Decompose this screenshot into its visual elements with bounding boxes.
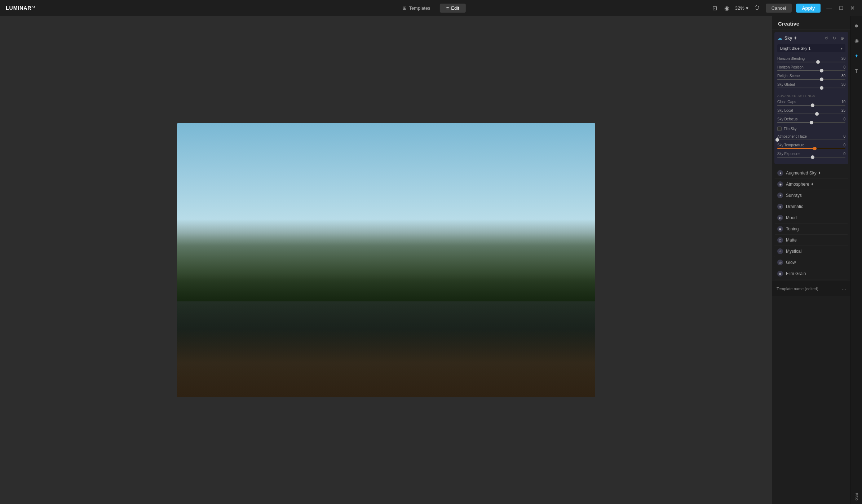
module-mystical[interactable]: ✧ Mystical bbox=[774, 246, 848, 257]
topbar-center: ⊞ Templates ≡ Edit bbox=[396, 4, 465, 13]
flip-sky-row: Flip Sky bbox=[777, 127, 845, 131]
slider-sky-exposure: Sky Exposure 0 bbox=[777, 152, 845, 158]
eye-btn[interactable]: ◉ bbox=[723, 3, 731, 13]
module-atmosphere-icon: ◉ bbox=[777, 181, 783, 187]
module-glow[interactable]: ◎ Glow bbox=[774, 257, 848, 268]
minimize-button[interactable]: — bbox=[825, 3, 834, 13]
advanced-sliders: Close Gaps 10 Sky Local 25 bbox=[777, 99, 845, 127]
module-mystical-icon: ✧ bbox=[777, 248, 783, 254]
module-augmented-sky[interactable]: ★ Augmented Sky ✦ bbox=[774, 168, 848, 179]
slider-close-gaps: Close Gaps 10 bbox=[777, 100, 845, 106]
module-toning-icon: ▣ bbox=[777, 226, 783, 232]
sky-preset-arrow-icon: ▾ bbox=[841, 47, 843, 50]
camera-toggle-btn[interactable]: ⊡ bbox=[711, 3, 719, 13]
module-sunrays[interactable]: ☀ Sunrays bbox=[774, 190, 848, 201]
face-retouch-btn[interactable]: ☻ bbox=[850, 19, 862, 32]
module-film-grain-icon: ▦ bbox=[777, 271, 783, 277]
template-dots-btn[interactable]: ··· bbox=[842, 286, 846, 292]
apply-button[interactable]: Apply bbox=[796, 4, 821, 13]
main-sliders: Horizon Blending 20 Horizon Position 0 bbox=[777, 56, 845, 92]
module-film-grain[interactable]: ▦ Film Grain bbox=[774, 268, 848, 279]
module-matte[interactable]: ◻ Matte bbox=[774, 235, 848, 246]
module-mood[interactable]: ◐ Mood bbox=[774, 212, 848, 224]
photo-container bbox=[177, 123, 595, 397]
slider-relight-scene: Relight Scene 30 bbox=[777, 74, 845, 80]
topbar-left: LUMINARAI bbox=[6, 5, 35, 11]
slider-atmospheric-haze: Atmospheric Haze 0 bbox=[777, 134, 845, 140]
canvas-area bbox=[0, 16, 772, 504]
maximize-button[interactable]: □ bbox=[838, 3, 844, 13]
slider-sky-local: Sky Local 25 bbox=[777, 109, 845, 114]
panel-title: Creative bbox=[772, 16, 850, 30]
zoom-chevron-icon: ▾ bbox=[746, 5, 748, 11]
sky-preset-name: Bright Blue Sky 1 bbox=[780, 46, 810, 50]
sky-preset-dropdown[interactable]: Bright Blue Sky 1 ▾ bbox=[777, 44, 845, 52]
templates-icon: ⊞ bbox=[403, 5, 407, 11]
app-logo: LUMINARAI bbox=[6, 5, 35, 11]
module-list: ★ Augmented Sky ✦ ◉ Atmosphere ✦ ☀ Sunra… bbox=[772, 166, 850, 281]
module-toning[interactable]: ▣ Toning bbox=[774, 224, 848, 235]
cancel-button[interactable]: Cancel bbox=[766, 4, 792, 13]
module-matte-icon: ◻ bbox=[777, 237, 783, 243]
bottom-bar: Template name (edited) ··· bbox=[772, 281, 850, 296]
creative-panel: Creative ☁ Sky ✦ ↺ ↻ ⊕ Bright Blue bbox=[772, 16, 850, 504]
sky-compare-btn[interactable]: ⊕ bbox=[839, 35, 845, 41]
clock-btn[interactable]: ⏱ bbox=[753, 3, 761, 13]
module-glow-icon: ◎ bbox=[777, 260, 783, 265]
sky-icon: ☁ bbox=[777, 35, 782, 41]
sky-undo-btn[interactable]: ↺ bbox=[823, 35, 830, 41]
slider-horizon-position: Horizon Position 0 bbox=[777, 65, 845, 71]
slider-sky-global: Sky Global 30 bbox=[777, 83, 845, 88]
flip-sky-checkbox[interactable] bbox=[777, 127, 782, 131]
sky-section: ☁ Sky ✦ ↺ ↻ ⊕ Bright Blue Sky 1 ▾ bbox=[774, 32, 848, 164]
sky-label: ☁ Sky ✦ bbox=[777, 35, 797, 41]
module-augmented-sky-icon: ★ bbox=[777, 170, 783, 176]
topbar: LUMINARAI ⊞ Templates ≡ Edit ⊡ ◉ 32% ▾ ⏱… bbox=[0, 0, 862, 16]
sky-section-header: ☁ Sky ✦ ↺ ↻ ⊕ bbox=[777, 35, 845, 41]
bottom-sliders: Atmospheric Haze 0 Sky Temperature 0 bbox=[777, 134, 845, 161]
module-atmosphere[interactable]: ◉ Atmosphere ✦ bbox=[774, 179, 848, 190]
module-sunrays-icon: ☀ bbox=[777, 193, 783, 198]
photo-background bbox=[177, 123, 595, 397]
module-mood-icon: ◐ bbox=[777, 215, 783, 221]
text-btn[interactable]: T bbox=[850, 65, 862, 78]
slider-horizon-blending: Horizon Blending 20 bbox=[777, 57, 845, 62]
edit-icon: ≡ bbox=[446, 5, 449, 11]
sky-actions: ↺ ↻ ⊕ bbox=[823, 35, 845, 41]
pro-label: PRO bbox=[855, 493, 858, 504]
portrait-btn[interactable]: ◉ bbox=[850, 34, 862, 47]
slider-sky-defocus: Sky Defocus 0 bbox=[777, 117, 845, 123]
far-right-icons: ☻ ◉ ✦ T PRO bbox=[850, 16, 862, 504]
flip-sky-label: Flip Sky bbox=[784, 127, 797, 131]
module-dramatic[interactable]: ◈ Dramatic bbox=[774, 201, 848, 212]
close-button[interactable]: ✕ bbox=[849, 3, 856, 13]
templates-tab[interactable]: ⊞ Templates bbox=[396, 4, 437, 13]
foreground-overlay bbox=[177, 329, 595, 397]
sky-refresh-btn[interactable]: ↻ bbox=[831, 35, 837, 41]
main-content: Creative ☁ Sky ✦ ↺ ↻ ⊕ Bright Blue bbox=[0, 16, 862, 504]
zoom-control[interactable]: 32% ▾ bbox=[735, 5, 748, 11]
edit-tab[interactable]: ≡ Edit bbox=[440, 4, 466, 13]
module-dramatic-icon: ◈ bbox=[777, 204, 783, 209]
advanced-settings-label: Advanced Settings bbox=[777, 92, 845, 99]
template-name: Template name (edited) bbox=[777, 287, 818, 291]
topbar-right: ⊡ ◉ 32% ▾ ⏱ Cancel Apply — □ ✕ bbox=[711, 3, 856, 13]
creative-btn[interactable]: ✦ bbox=[850, 49, 862, 62]
slider-sky-temperature: Sky Temperature 0 bbox=[777, 143, 845, 149]
